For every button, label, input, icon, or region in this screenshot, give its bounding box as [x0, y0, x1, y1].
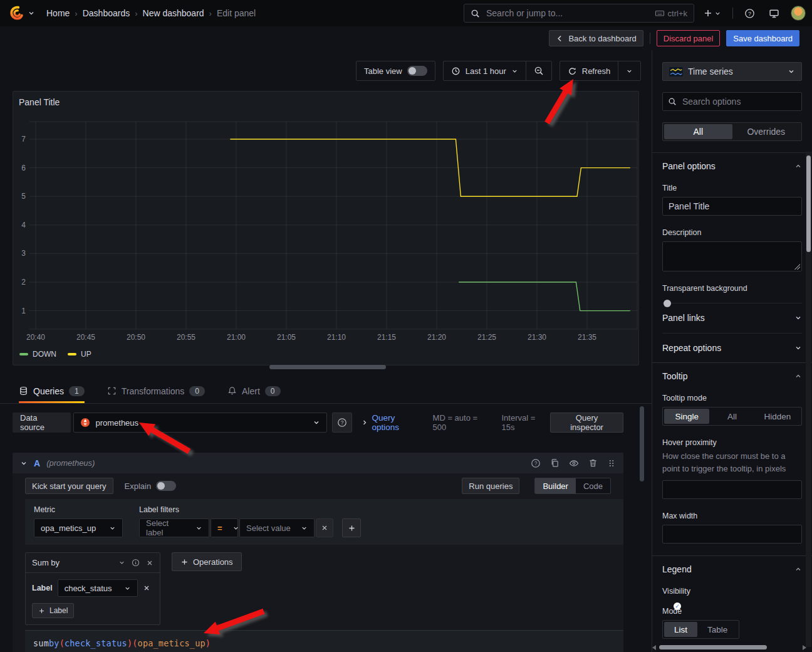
- svg-text:20:50: 20:50: [127, 333, 145, 342]
- discard-panel-button[interactable]: Discard panel: [657, 30, 721, 46]
- drag-handle-icon[interactable]: [607, 459, 616, 468]
- query-options-link[interactable]: Query options: [372, 413, 424, 432]
- org-switcher[interactable]: [9, 5, 35, 21]
- select-label-dropdown[interactable]: Select label: [139, 518, 209, 537]
- svg-text:6: 6: [21, 164, 26, 172]
- hover-proximity-input[interactable]: [662, 480, 802, 499]
- copy-icon[interactable]: [550, 458, 560, 468]
- tab-overrides[interactable]: Overrides: [732, 124, 801, 139]
- tooltip-mode-single[interactable]: Single: [664, 409, 709, 424]
- search-input[interactable]: [485, 8, 650, 19]
- save-dashboard-button[interactable]: Save dashboard: [726, 30, 799, 46]
- search-shortcut: ctrl+k: [655, 8, 687, 18]
- query-ref-id: A: [34, 458, 40, 468]
- legend-section-header[interactable]: Legend: [662, 564, 802, 574]
- close-icon[interactable]: [146, 559, 154, 567]
- back-to-dashboard-button[interactable]: Back to dashboard: [549, 30, 643, 46]
- builder-mode-option[interactable]: Builder: [535, 478, 575, 493]
- svg-text:1: 1: [21, 307, 26, 315]
- legend-label: UP: [81, 350, 91, 359]
- add-operations-button[interactable]: Operations: [172, 552, 242, 571]
- chevron-down-icon: [20, 460, 28, 467]
- breadcrumb-new-dashboard[interactable]: New dashboard: [143, 8, 204, 18]
- help-button[interactable]: ?: [742, 6, 757, 21]
- eye-icon[interactable]: [569, 458, 579, 468]
- panel-title-input[interactable]: [662, 197, 802, 216]
- datasource-picker[interactable]: prometheus: [73, 413, 326, 433]
- table-view-switch[interactable]: [407, 66, 427, 76]
- scroll-left-arrow[interactable]: [652, 645, 656, 650]
- edit-panel-action-bar: Back to dashboard Discard panel Save das…: [0, 26, 812, 50]
- legend-mode-list[interactable]: List: [664, 622, 697, 637]
- panel-options-section-header[interactable]: Panel options: [662, 161, 802, 171]
- chevron-down-icon[interactable]: [118, 559, 125, 566]
- news-button[interactable]: [766, 6, 782, 21]
- global-search[interactable]: ctrl+k: [464, 4, 694, 23]
- legend-item-up[interactable]: UP: [68, 350, 91, 359]
- svg-text:20:45: 20:45: [76, 333, 95, 342]
- datasource-help-button[interactable]: ?: [332, 413, 352, 433]
- trash-icon[interactable]: [588, 458, 598, 468]
- chart-area[interactable]: 123456720:4020:4520:5020:5521:0021:0521:…: [13, 92, 638, 365]
- query-header[interactable]: A (prometheus) ?: [13, 453, 623, 473]
- breadcrumb-home[interactable]: Home: [46, 8, 70, 18]
- query-inspector-button[interactable]: Query inspector: [550, 413, 623, 433]
- explain-switch[interactable]: [156, 481, 176, 491]
- horizontal-scrollbar-thumb[interactable]: [269, 365, 386, 369]
- explain-label: Explain: [125, 481, 152, 491]
- chart-legend: DOWNUP: [19, 350, 91, 359]
- add-label-button[interactable]: Label: [32, 603, 74, 618]
- add-new-button[interactable]: [700, 6, 724, 21]
- tab-transformations[interactable]: Transformations 0: [107, 379, 205, 403]
- visualization-picker[interactable]: Time series: [662, 62, 802, 81]
- run-queries-button[interactable]: Run queries: [462, 478, 519, 494]
- kick-start-query-button[interactable]: Kick start your query: [25, 478, 113, 494]
- divider: [662, 333, 802, 334]
- operation-body: Label check_status: [26, 573, 160, 624]
- max-width-input[interactable]: [662, 525, 802, 544]
- expr-token: (: [60, 638, 65, 648]
- repeat-options-section-header[interactable]: Repeat options: [662, 343, 802, 353]
- options-search[interactable]: [662, 92, 802, 111]
- refresh-interval-dropdown[interactable]: [618, 61, 640, 80]
- panel-links-section-header[interactable]: Panel links: [662, 313, 802, 323]
- queries-scrollbar-thumb[interactable]: [640, 406, 644, 481]
- table-view-toggle[interactable]: Table view: [357, 61, 435, 80]
- sidebar-scrollbar-thumb[interactable]: [806, 155, 811, 252]
- code-mode-option[interactable]: Code: [576, 478, 610, 493]
- arrow-left-icon: [556, 34, 564, 43]
- database-icon: [19, 386, 28, 396]
- chevron-down-icon: [301, 525, 308, 532]
- sidebar-hscrollbar-thumb[interactable]: [659, 645, 767, 649]
- user-avatar[interactable]: [791, 6, 806, 21]
- remove-filter-button[interactable]: [316, 518, 333, 537]
- legend-mode-table[interactable]: Table: [697, 622, 737, 637]
- operation-header[interactable]: Sum by: [26, 553, 160, 573]
- tooltip-section-header[interactable]: Tooltip: [662, 371, 802, 381]
- info-circle-icon[interactable]: [132, 559, 140, 567]
- panel-description-input[interactable]: [663, 242, 801, 271]
- tab-alert[interactable]: Alert 0: [227, 379, 280, 403]
- refresh-button[interactable]: Refresh: [560, 61, 618, 80]
- legend-item-down[interactable]: DOWN: [19, 350, 56, 359]
- breadcrumb-dashboards[interactable]: Dashboards: [83, 8, 130, 18]
- operator-dropdown[interactable]: =: [211, 518, 238, 537]
- time-range-picker[interactable]: Last 1 hour: [444, 61, 526, 80]
- tooltip-mode-all[interactable]: All: [709, 409, 754, 424]
- options-search-input[interactable]: [681, 96, 797, 107]
- select-value-dropdown[interactable]: Select value: [239, 518, 315, 537]
- expr-token: sum: [33, 638, 49, 648]
- zoom-out-button[interactable]: [526, 61, 551, 80]
- info-circle-icon[interactable]: ?: [531, 458, 541, 468]
- add-filter-button[interactable]: [342, 518, 361, 537]
- tab-queries[interactable]: Queries 1: [19, 379, 85, 403]
- title-field-label: Title: [662, 184, 802, 192]
- tab-all-options[interactable]: All: [664, 124, 732, 139]
- metric-select[interactable]: opa_metics_up: [34, 518, 123, 537]
- remove-label-icon[interactable]: [143, 584, 150, 592]
- zoom-out-icon: [534, 66, 544, 76]
- label-param-select[interactable]: check_status: [58, 579, 138, 597]
- scroll-right-arrow[interactable]: [803, 645, 806, 650]
- tooltip-mode-hidden[interactable]: Hidden: [755, 409, 800, 424]
- prometheus-icon: [80, 418, 90, 428]
